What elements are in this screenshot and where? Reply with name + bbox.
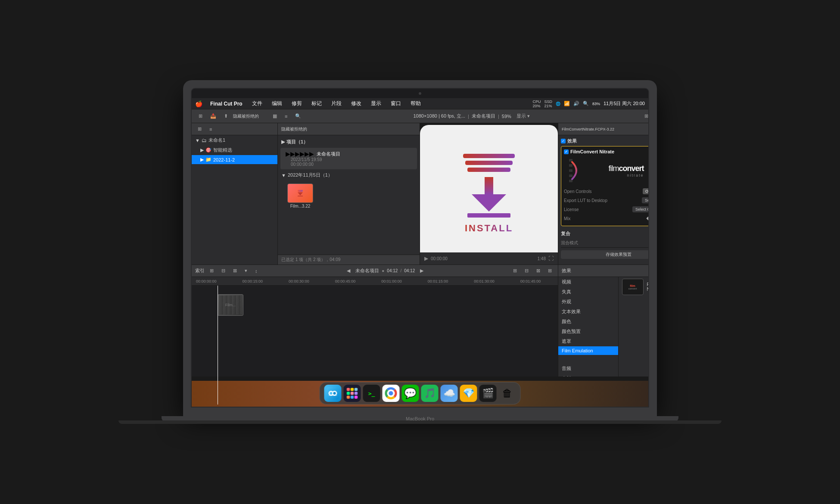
- sidebar-grid-btn[interactable]: ⊞: [195, 125, 204, 133]
- effects-cat-mask[interactable]: 遮罩: [558, 336, 618, 346]
- library-item[interactable]: ▼ 🗂 未命名1: [192, 135, 277, 145]
- camera-bar: [192, 89, 648, 98]
- menu-mark[interactable]: 标记: [310, 99, 324, 108]
- timeline-action-btn1[interactable]: ⊞: [510, 267, 520, 274]
- fullscreen-icon[interactable]: ⛶: [548, 255, 554, 261]
- effect-panel-header: ✓ FilmConvert Nitrate: [564, 149, 649, 154]
- date-folder-item[interactable]: ▶ 📁 2022-11-2: [192, 155, 277, 164]
- effects-browser-header: 效果 已安装的效果: [558, 265, 649, 277]
- menu-final-cut-pro[interactable]: Final Cut Pro: [208, 100, 244, 108]
- filmconvert-effect-item[interactable]: film convert FilmConvert Nitrate: [619, 277, 650, 297]
- list-view-btn[interactable]: ≡: [282, 113, 290, 120]
- clip-item[interactable]: Film...3.22: [283, 182, 317, 210]
- date-section-header[interactable]: ▼ 2022年11月5日（1）: [278, 170, 420, 180]
- dock-sketch-icon[interactable]: 💎: [460, 385, 477, 402]
- chrome-circle: [385, 387, 397, 399]
- media-import-btn[interactable]: 📥: [208, 112, 219, 120]
- open-controls-btn[interactable]: Open Controls: [643, 188, 649, 194]
- chrome-center: [389, 391, 393, 395]
- install-text: INSTALL: [465, 223, 513, 234]
- clip-container: Film...3.22: [278, 180, 420, 212]
- menu-edit[interactable]: 编辑: [270, 99, 284, 108]
- dock-chrome-icon[interactable]: [383, 385, 400, 402]
- ruler-1: 00:00:15:00: [243, 279, 263, 283]
- menu-window[interactable]: 窗口: [389, 99, 403, 108]
- effects-cat-video[interactable]: 视频: [558, 277, 618, 287]
- inspector-toolbar: FilmConvertNitrate.FCPX-3.22 4:12: [558, 123, 649, 135]
- mix-label: Mix: [564, 216, 571, 221]
- cpu-indicator: CPU20%: [532, 100, 541, 108]
- timeline-ruler: 00:00:00:00 00:00:15:00 00:00:30:00 00:0…: [192, 277, 541, 285]
- effects-section-label: 效果: [567, 138, 577, 144]
- timeline-audio-btn[interactable]: ⊠: [230, 267, 240, 274]
- next-clip-btn[interactable]: ▶: [417, 267, 426, 274]
- dock-wechat-icon[interactable]: 💬: [402, 385, 419, 402]
- clip-label: Film...3.22: [290, 204, 311, 208]
- effects-cat-film-emulation[interactable]: Film Emulation: [558, 346, 618, 355]
- menu-view[interactable]: 显示: [369, 99, 383, 108]
- timeline-action-btn2[interactable]: ⊟: [522, 267, 531, 274]
- effects-cat-distort[interactable]: 失真: [558, 287, 618, 297]
- sidebar-list-btn[interactable]: ≡: [207, 126, 215, 133]
- ruler-5: 00:01:15:00: [428, 279, 448, 283]
- dock-terminal-icon[interactable]: >_: [363, 385, 380, 402]
- export-lut-select[interactable]: Select Size: [642, 197, 649, 203]
- dock-spotify-icon[interactable]: 🎵: [421, 385, 439, 402]
- effects-cat-text[interactable]: 文本效果: [558, 307, 618, 317]
- timeline-zoom-btn[interactable]: ↕: [252, 268, 260, 274]
- timeline-clip[interactable]: Film...: [218, 294, 243, 316]
- timeline-list-btn[interactable]: ⊟: [219, 267, 228, 274]
- license-select[interactable]: Select Operation: [632, 206, 649, 212]
- timeline-grid-btn[interactable]: ⊞: [207, 267, 216, 274]
- battery-indicator: 83%: [592, 102, 600, 106]
- ssd-indicator: SSD21%: [544, 100, 552, 108]
- project-item[interactable]: ▶▶▶▶▶▶ 未命名项目 2022/11/5 19:59 00:00:00:00: [280, 148, 417, 169]
- apple-menu-icon[interactable]: 🍎: [195, 100, 202, 107]
- effects-cat-color[interactable]: 颜色: [558, 317, 618, 327]
- effects-browser-layout: 视频 失真 外观: [558, 277, 649, 393]
- menu-help[interactable]: 帮助: [409, 99, 423, 108]
- display-btn[interactable]: 显示 ▾: [514, 112, 532, 120]
- timeline-toolbar: 索引 ⊞ ⊟ ⊠ ▾ ↕ ◀ 未命: [192, 265, 558, 277]
- sidebar-toolbar: ⊞ ≡: [192, 123, 277, 135]
- dock-trash-icon[interactable]: 🗑: [499, 385, 516, 402]
- dock-finder-icon[interactable]: [324, 385, 342, 402]
- menu-modify[interactable]: 修改: [349, 99, 363, 108]
- mix-value-container: 100.0 %: [647, 215, 649, 221]
- search-icon[interactable]: 🔍: [583, 101, 589, 106]
- effect-enabled-checkbox[interactable]: ✓: [564, 149, 569, 154]
- search-btn[interactable]: 🔍: [292, 112, 304, 120]
- dock-fcpx-icon[interactable]: 🎬: [479, 385, 497, 402]
- effects-cat-audio[interactable]: 音频: [558, 364, 618, 373]
- duration-display: 1:48: [538, 256, 546, 261]
- timeline-action-btn3[interactable]: ⊠: [534, 267, 543, 274]
- menu-trim[interactable]: 修剪: [290, 99, 304, 108]
- browser-toolbar-label: 隐藏被拒绝的: [281, 126, 307, 132]
- blend-mode-row: 混合模式 正常: [561, 239, 649, 248]
- timeline-action-btn4[interactable]: ⊞: [545, 267, 554, 274]
- menu-clip[interactable]: 片段: [330, 99, 343, 108]
- inspector-content: ✓ 效果 ✓ FilmConvert Nitrate: [558, 135, 649, 264]
- toolbar-right: ⊞ ⊟ ⊠: [642, 112, 649, 120]
- hide-rejected-btn[interactable]: 隐藏被拒绝的: [233, 113, 268, 119]
- menu-file[interactable]: 文件: [250, 99, 264, 108]
- effects-checkbox[interactable]: ✓: [561, 139, 566, 143]
- dock-icloud-icon[interactable]: ☁️: [441, 385, 458, 402]
- smart-collection-item[interactable]: ▶ 🎯 智能精选: [192, 145, 277, 155]
- timeline-filter-btn[interactable]: ▾: [242, 267, 250, 274]
- projects-section-header[interactable]: ▶ 项目（1）: [278, 137, 420, 147]
- export-lut-row: Export LUT to Desktop Select Size: [564, 196, 649, 205]
- inspector-video-btn[interactable]: ⊞: [642, 112, 649, 120]
- clip-thumbnail: [287, 184, 313, 203]
- export-lut-label: Export LUT to Desktop: [564, 198, 607, 203]
- save-preset-btn[interactable]: 存储效果预置: [561, 250, 649, 259]
- library-btn[interactable]: ⊞: [196, 112, 205, 120]
- filter-icon[interactable]: ▦: [270, 112, 280, 120]
- prev-clip-btn[interactable]: ◀: [344, 267, 353, 274]
- effects-cat-look[interactable]: 外观: [558, 297, 618, 307]
- effects-cat-color-preset[interactable]: 颜色预置: [558, 327, 618, 336]
- playback-icon[interactable]: ▶: [424, 255, 428, 261]
- share-btn[interactable]: ⬆: [221, 112, 230, 120]
- wifi-icon: 📶: [564, 101, 570, 106]
- dock-launchpad-icon[interactable]: [344, 385, 361, 402]
